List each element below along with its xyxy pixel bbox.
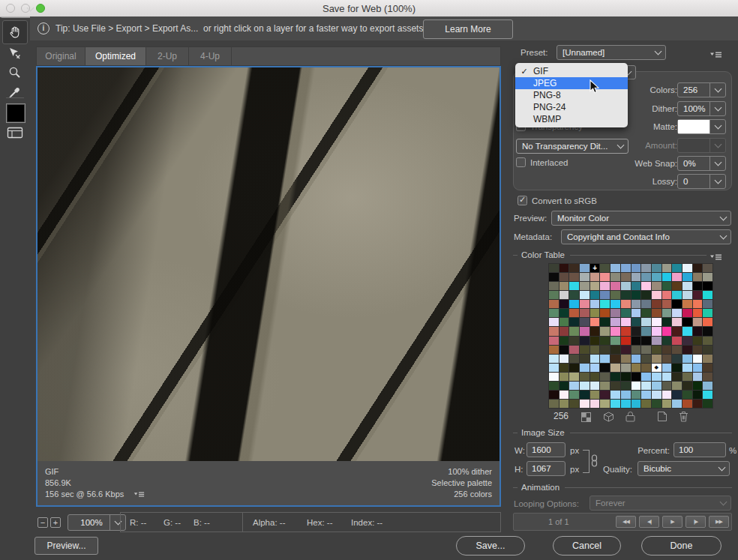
color-swatch[interactable] [560,391,569,399]
color-swatch[interactable] [549,355,559,363]
optimize-menu-icon[interactable] [710,48,722,61]
color-swatch[interactable] [652,264,662,272]
color-swatch[interactable] [662,382,672,390]
color-swatch[interactable] [560,291,569,299]
lock-color-icon[interactable] [626,411,635,425]
color-swatch[interactable] [641,327,651,335]
color-swatch[interactable]: ◆ [652,364,662,372]
color-swatch[interactable] [580,300,590,308]
menu-item-jpeg[interactable]: JPEG [515,77,628,89]
next-frame-button[interactable]: |▶ [686,516,706,528]
color-swatch[interactable] [652,327,662,335]
color-swatch[interactable] [682,364,692,372]
color-swatch[interactable] [569,382,579,390]
color-swatch[interactable] [580,327,590,335]
color-swatch[interactable] [682,273,692,281]
color-swatch[interactable] [560,400,569,408]
color-swatch[interactable] [652,400,662,408]
color-swatch[interactable] [672,400,682,408]
menu-item-png24[interactable]: PNG-24 [515,101,628,113]
color-swatch[interactable] [672,300,682,308]
color-swatch[interactable] [590,400,600,408]
color-swatch[interactable] [549,337,559,345]
color-swatch[interactable] [549,273,559,281]
color-swatch[interactable] [662,337,672,345]
color-swatch[interactable] [569,364,579,372]
color-swatch[interactable] [549,282,559,290]
color-swatch[interactable] [703,309,712,317]
color-swatch[interactable] [682,373,692,381]
color-swatch[interactable] [590,337,600,345]
color-swatch[interactable] [641,309,651,317]
color-swatch[interactable] [703,300,712,308]
color-swatch[interactable] [549,346,559,354]
color-swatch[interactable] [569,400,579,408]
color-swatch[interactable] [672,355,682,363]
zoom-tool-button[interactable] [8,64,22,81]
color-swatch[interactable] [600,400,610,408]
color-swatch[interactable] [703,400,712,408]
color-swatch[interactable] [641,337,651,345]
web-shift-icon[interactable] [603,412,614,425]
height-input[interactable]: 1067 [526,461,566,476]
color-swatch[interactable] [672,391,682,399]
menu-item-gif[interactable]: ✓ GIF [515,65,628,77]
color-swatch[interactable] [672,337,682,345]
color-swatch[interactable] [621,382,631,390]
color-swatch[interactable] [652,373,662,381]
color-swatch[interactable] [590,346,600,354]
preset-select[interactable]: [Unnamed] [556,45,666,60]
color-swatch[interactable] [621,373,631,381]
color-swatch[interactable] [641,346,651,354]
color-swatch[interactable] [693,373,703,381]
color-swatch[interactable] [662,327,672,335]
color-swatch[interactable] [621,309,631,317]
color-swatch[interactable] [641,373,651,381]
play-button[interactable]: ▶ [662,516,682,528]
color-swatch[interactable] [580,309,590,317]
color-swatch[interactable] [632,318,641,326]
color-swatch[interactable] [662,309,672,317]
color-swatch[interactable] [610,391,620,399]
color-swatch[interactable] [600,318,610,326]
color-swatch[interactable] [703,346,712,354]
color-swatch[interactable] [569,291,579,299]
color-swatch[interactable] [569,264,579,272]
color-swatch[interactable] [621,327,631,335]
color-swatch[interactable] [672,318,682,326]
color-swatch[interactable] [662,291,672,299]
color-swatch[interactable] [600,327,610,335]
color-swatch[interactable] [580,355,590,363]
color-swatch[interactable] [641,382,651,390]
color-swatch[interactable] [632,355,641,363]
color-swatch[interactable] [652,291,662,299]
color-swatch[interactable] [632,391,641,399]
color-swatch[interactable] [703,291,712,299]
color-swatch[interactable] [672,273,682,281]
color-swatch[interactable] [703,382,712,390]
color-swatch[interactable] [693,400,703,408]
color-swatch[interactable] [549,364,559,372]
colors-select[interactable]: 256 [677,82,726,97]
color-swatch[interactable] [662,346,672,354]
color-swatch[interactable] [560,327,569,335]
color-swatch[interactable] [641,355,651,363]
metadata-select[interactable]: Copyright and Contact Info [561,229,731,244]
interlaced-checkbox[interactable] [516,157,526,167]
color-swatch[interactable] [569,391,579,399]
color-swatch[interactable] [672,346,682,354]
color-swatch[interactable] [600,282,610,290]
color-swatch[interactable] [641,273,651,281]
color-swatch[interactable] [632,300,641,308]
color-swatch[interactable] [560,282,569,290]
color-swatch[interactable] [621,391,631,399]
color-swatch[interactable] [662,355,672,363]
color-swatch[interactable] [549,264,559,272]
color-swatch[interactable] [610,300,620,308]
color-swatch[interactable] [590,364,600,372]
color-swatch[interactable] [641,318,651,326]
color-swatch[interactable] [600,273,610,281]
convert-srgb-checkbox[interactable] [518,196,527,205]
color-swatch[interactable] [610,346,620,354]
download-speed-menu-icon[interactable] [134,490,145,501]
